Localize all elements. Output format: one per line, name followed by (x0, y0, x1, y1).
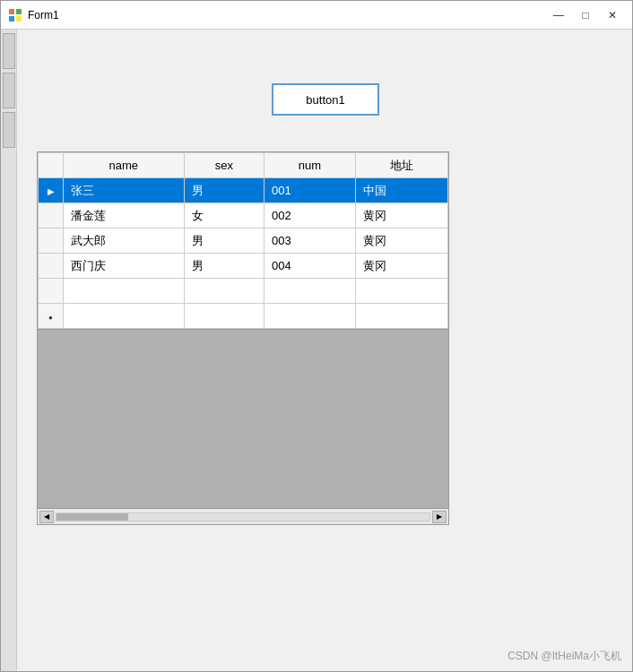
cell-num: 004 (264, 254, 356, 279)
cell-name: 西门庆 (64, 254, 185, 279)
cell-address: 黄冈 (355, 228, 447, 254)
col-header-address: 地址 (355, 153, 447, 178)
table-row-empty (39, 279, 448, 304)
button1[interactable]: button1 (272, 83, 379, 116)
row-indicator (39, 203, 64, 228)
table-row[interactable]: ▶张三男001中国 (39, 178, 448, 203)
col-header-name: name (64, 153, 185, 178)
left-toolbar (1, 30, 17, 671)
cell-sex: 女 (184, 203, 264, 228)
scroll-left-button[interactable]: ◀ (39, 511, 54, 523)
window-content: button1 name sex num 地址 (1, 30, 632, 671)
svg-rect-1 (16, 9, 22, 14)
gray-panel (37, 330, 449, 509)
col-header-num: num (264, 153, 356, 178)
cell-new-empty (264, 304, 356, 329)
horizontal-scrollbar[interactable]: ◀ ▶ (37, 509, 449, 525)
table-header-row: name sex num 地址 (39, 153, 448, 178)
scrollbar-thumb[interactable] (56, 513, 128, 521)
table-row[interactable]: 潘金莲女002黄冈 (39, 203, 448, 228)
toolbar-tab-2 (3, 73, 15, 108)
table-row[interactable]: 西门庆男004黄冈 (39, 254, 448, 279)
app-icon (8, 8, 22, 22)
col-header-rownum (39, 153, 64, 178)
cell-num: 002 (264, 203, 356, 228)
svg-rect-3 (16, 16, 22, 22)
cell-new-empty (64, 304, 185, 329)
close-button[interactable]: ✕ (600, 5, 625, 25)
datagrid-wrapper: name sex num 地址 ▶张三男001中国潘金莲女002黄冈武大郎男00… (1, 134, 632, 525)
cell-empty (184, 279, 264, 304)
cell-address: 黄冈 (355, 203, 447, 228)
row-indicator: ▶ (39, 178, 64, 203)
cell-address: 中国 (355, 178, 447, 203)
button-wrapper: button1 (1, 83, 632, 116)
window-controls: — □ ✕ (546, 5, 625, 25)
window-title: Form1 (28, 9, 546, 22)
col-header-sex: sex (184, 153, 264, 178)
cell-sex: 男 (184, 254, 264, 279)
title-bar: Form1 — □ ✕ (1, 1, 632, 30)
toolbar-tab-1 (3, 33, 15, 69)
cell-empty (355, 279, 447, 304)
watermark: CSDN @ItHeiMa小飞机 (507, 649, 621, 664)
toolbar-tab-3 (3, 112, 15, 148)
cell-name: 武大郎 (64, 228, 185, 254)
row-indicator (39, 254, 64, 279)
row-header-empty (39, 279, 64, 304)
svg-rect-2 (9, 16, 14, 22)
cell-new-empty (184, 304, 264, 329)
scroll-right-button[interactable]: ▶ (432, 511, 447, 523)
cell-name: 张三 (64, 178, 185, 203)
data-table: name sex num 地址 ▶张三男001中国潘金莲女002黄冈武大郎男00… (38, 152, 448, 329)
main-window: Form1 — □ ✕ button1 name (0, 0, 633, 672)
cell-new-empty (355, 304, 447, 329)
cell-num: 003 (264, 228, 356, 254)
cell-empty (264, 279, 356, 304)
cell-sex: 男 (184, 228, 264, 254)
cell-address: 黄冈 (355, 254, 447, 279)
datagrid[interactable]: name sex num 地址 ▶张三男001中国潘金莲女002黄冈武大郎男00… (37, 151, 449, 330)
table-row-new[interactable]: ● (39, 304, 448, 329)
cell-sex: 男 (184, 178, 264, 203)
cell-name: 潘金莲 (64, 203, 185, 228)
table-row[interactable]: 武大郎男003黄冈 (39, 228, 448, 254)
cell-empty (64, 279, 185, 304)
minimize-button[interactable]: — (546, 5, 571, 25)
scrollbar-track[interactable] (56, 513, 430, 521)
svg-rect-0 (9, 9, 14, 14)
maximize-button[interactable]: □ (573, 5, 598, 25)
new-row-marker: ● (39, 304, 64, 329)
cell-num: 001 (264, 178, 356, 203)
row-indicator (39, 228, 64, 254)
